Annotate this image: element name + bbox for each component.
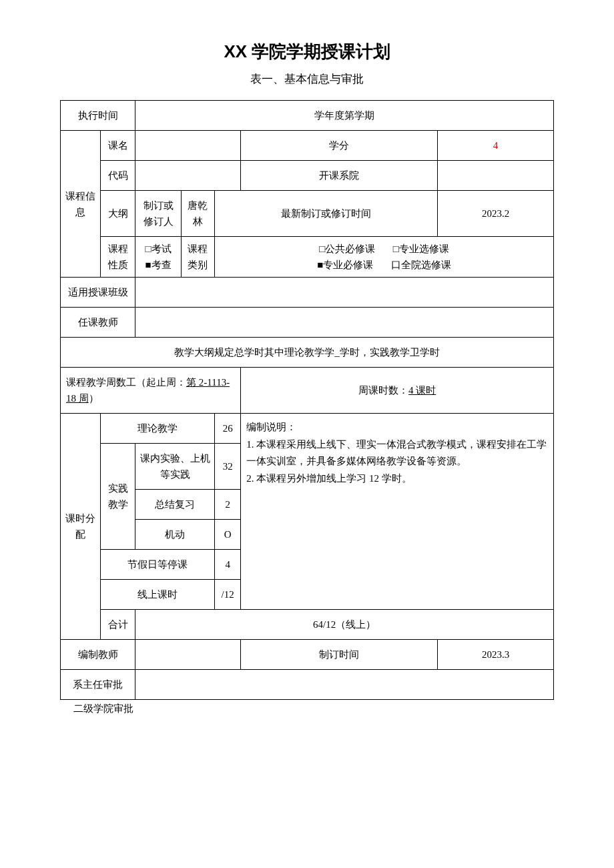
latest-revision-value: 2023.2 (438, 191, 554, 237)
syllabus-hours: 教学大纲规定总学时其中理论教学学_学时，实践教学卫学时 (61, 338, 554, 368)
holiday-value: 4 (215, 550, 241, 580)
course-category-label: 课程类别 (181, 237, 214, 278)
practice-teaching-label: 实践教学 (101, 444, 135, 550)
compile-time-label: 制订时间 (241, 640, 438, 670)
exam-checkbox: □考试 (145, 244, 172, 254)
teaching-weeks-suffix: ） (89, 393, 99, 404)
review-value: 2 (215, 490, 241, 520)
weekly-hours-prefix: 周课时数： (358, 385, 408, 396)
code-label: 代码 (101, 161, 135, 191)
college-elective-checkbox: 口全院选修课 (391, 260, 451, 270)
applicable-class-label: 适用授课班级 (61, 278, 135, 308)
department-label: 开课系院 (241, 161, 438, 191)
exec-time-label: 执行时间 (61, 101, 135, 131)
course-nature-value: □考试 ■考查 (135, 237, 182, 278)
online-hours-label: 线上课时 (101, 580, 215, 610)
description: 编制说明：1. 本课程采用线上线下、理实一体混合式教学模式，课程安排在工学一体实… (241, 414, 554, 610)
credit-value: 4 (438, 131, 554, 161)
major-elective-checkbox: □专业选修课 (393, 244, 449, 254)
check-checkbox: ■考查 (145, 260, 172, 270)
lab-practice-label: 课内实验、上机等实践 (135, 444, 215, 490)
course-info-label: 课程信息 (61, 131, 101, 278)
course-category-value: □公共必修课 □专业选修课 ■专业必修课 口全院选修课 (215, 237, 554, 278)
code-value (135, 161, 241, 191)
outline-label: 大纲 (101, 191, 135, 237)
page-subtitle: 表一、基本信息与审批 (60, 71, 554, 87)
dept-head-approval-value (135, 670, 554, 700)
title-prefix: XX (224, 41, 247, 61)
teaching-weeks-prefix: 课程教学周数工（起止周： (66, 377, 186, 388)
applicable-class-value (135, 278, 554, 308)
course-name-value (135, 131, 241, 161)
semester-value: 学年度第学期 (135, 101, 554, 131)
compiling-teacher-label: 编制教师 (61, 640, 135, 670)
lab-practice-value: 32 (215, 444, 241, 490)
instructor-label: 任课教师 (61, 308, 135, 338)
course-nature-label: 课程性质 (101, 237, 135, 278)
weekly-hours-value: 4 课时 (408, 385, 436, 396)
compiling-teacher-value (135, 640, 241, 670)
course-name-label: 课名 (101, 131, 135, 161)
total-label: 合计 (101, 610, 135, 640)
page-title: XX 学院学期授课计划 (60, 40, 554, 63)
reviser-name: 唐乾林 (181, 191, 214, 237)
review-label: 总结复习 (135, 490, 215, 520)
theory-teaching-value: 26 (215, 414, 241, 444)
teaching-weeks: 课程教学周数工（起止周：第 2-1113-18 周） (61, 368, 241, 414)
college-approval-label: 二级学院审批 (73, 703, 554, 715)
department-value (438, 161, 554, 191)
hour-distribution-label: 课时分配 (61, 414, 101, 640)
online-hours-value: /12 (215, 580, 241, 610)
latest-revision-label: 最新制订或修订时间 (215, 191, 438, 237)
reviser-label: 制订或修订人 (135, 191, 182, 237)
instructor-value (135, 308, 554, 338)
main-table: 执行时间 学年度第学期 课程信息 课名 学分 4 代码 开课系院 大纲 制订或修… (60, 100, 554, 700)
major-required-checkbox: ■专业必修课 (317, 260, 373, 270)
weekly-hours: 周课时数：4 课时 (241, 368, 554, 414)
flexible-label: 机动 (135, 520, 215, 550)
credit-label: 学分 (241, 131, 438, 161)
dept-head-approval-label: 系主任审批 (61, 670, 135, 700)
public-required-checkbox: □公共必修课 (319, 244, 375, 254)
holiday-label: 节假日等停课 (101, 550, 215, 580)
theory-teaching-label: 理论教学 (101, 414, 215, 444)
title-suffix: 学院学期授课计划 (247, 42, 390, 61)
flexible-value: O (215, 520, 241, 550)
compile-time-value: 2023.3 (438, 640, 554, 670)
total-value: 64/12（线上） (135, 610, 554, 640)
